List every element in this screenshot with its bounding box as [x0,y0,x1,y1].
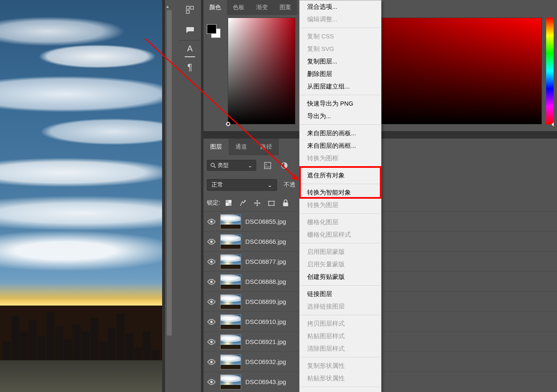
menu-item: 选择链接图层 [300,300,381,313]
layer-visibility-toggle[interactable] [207,217,216,226]
menu-separator [300,387,380,387]
tab-paths[interactable]: 路径 [254,139,279,155]
blend-mode-value: 正常 [211,181,223,189]
svg-point-3 [211,163,214,167]
menu-item[interactable]: 导出为... [300,110,381,122]
filter-pixel-icon[interactable] [262,160,273,171]
layer-visibility-toggle[interactable] [207,237,216,246]
opacity-label: 不透 [284,181,295,189]
layer-thumbnail[interactable] [220,374,241,389]
color-field-small[interactable] [228,18,295,124]
chevron-down-icon: ⌄ [248,162,252,169]
lock-pixels-icon[interactable] [238,197,249,208]
canvas-scrollbar[interactable] [167,10,172,336]
filter-adjust-icon[interactable] [279,160,290,171]
character-panel-icon[interactable]: A [185,40,195,57]
layer-thumbnail[interactable] [220,294,241,309]
lock-all-icon[interactable] [280,197,291,208]
collapsed-panel-strip: A ¶ [179,0,201,392]
layer-thumbnail[interactable] [220,254,241,269]
svg-point-23 [210,281,213,283]
layer-name[interactable]: DSC06866.jpg [245,238,286,245]
tab-pattern[interactable]: 图案 [274,0,297,15]
layer-name[interactable]: DSC06877.jpg [245,258,286,265]
canvas-skyline [0,311,162,363]
layer-kind-dropdown[interactable]: 类型 ⌄ [207,160,256,171]
svg-rect-14 [269,201,274,205]
menu-item: 复制 CSS [300,30,381,43]
menu-item[interactable]: 转换为智能对象 [300,186,381,199]
lock-artboard-icon[interactable] [266,197,277,208]
canvas-border [162,0,165,392]
tab-swatches[interactable]: 色板 [227,0,250,15]
ruler-icon[interactable] [179,0,201,20]
menu-item[interactable]: 来自图层的画框... [300,139,381,152]
layer-visibility-toggle[interactable] [207,297,216,306]
paragraph-panel-icon[interactable]: ¶ [179,57,201,77]
svg-point-7 [265,164,266,164]
menu-separator [300,124,380,125]
menu-item: 启用图层蒙版 [300,245,381,258]
lock-position-icon[interactable] [252,197,263,208]
hue-slider[interactable] [546,18,554,124]
layer-thumbnail[interactable] [220,214,241,229]
foreground-swatch[interactable] [207,24,216,34]
menu-item: 复制 SVG [300,43,381,55]
layer-name[interactable]: DSC06921.jpg [245,338,286,345]
layer-thumbnail[interactable] [220,274,241,289]
menu-separator [300,213,380,214]
layer-visibility-toggle[interactable] [207,277,216,286]
menu-separator [300,243,380,243]
canvas-image[interactable] [0,0,162,392]
menu-item[interactable]: 复制图层... [300,55,381,68]
layer-name[interactable]: DSC06888.jpg [245,278,286,285]
canvas-scroll-up-icon[interactable]: ▴ [166,3,171,9]
svg-point-22 [210,260,213,263]
menu-item[interactable]: 遮住所有对象 [300,169,381,182]
layer-thumbnail[interactable] [220,234,241,249]
layer-thumbnail[interactable] [220,314,241,329]
layer-name[interactable]: DSC06910.jpg [245,318,286,325]
tab-layers[interactable]: 图层 [203,139,229,155]
layer-thumbnail[interactable] [220,334,241,349]
layer-visibility-toggle[interactable] [207,357,216,367]
tab-color[interactable]: 颜色 [203,0,227,15]
menu-item[interactable]: 从图层建立组... [300,80,381,93]
menu-separator [300,184,380,184]
layer-visibility-toggle[interactable] [207,257,216,266]
layer-name[interactable]: DSC06932.jpg [245,358,286,365]
lock-transparent-icon[interactable] [224,197,234,208]
menu-item[interactable]: 创建剪贴蒙版 [300,271,381,283]
menu-item[interactable]: 来自图层的画板... [300,127,381,139]
menu-separator [300,285,380,286]
lock-label: 锁定: [207,199,220,207]
menu-item[interactable]: 删除图层 [300,68,381,80]
menu-item: 拷贝图层样式 [300,317,381,330]
tab-channels[interactable]: 通道 [229,139,254,155]
menu-item: 转换为图框 [300,152,381,164]
svg-point-27 [210,361,213,363]
menu-item: 清除图层样式 [300,342,381,355]
menu-item[interactable]: 链接图层 [300,288,381,300]
menu-item: 栅格化图层 [300,216,381,228]
layer-visibility-toggle[interactable] [207,317,216,326]
svg-point-25 [210,321,213,323]
layer-name[interactable]: DSC06855.jpg [245,218,286,225]
layer-visibility-toggle[interactable] [207,377,216,387]
layer-visibility-toggle[interactable] [207,337,216,346]
menu-item[interactable]: 混合选项... [300,0,381,13]
chevron-down-icon: ⌄ [267,182,272,188]
note-icon[interactable] [179,20,201,40]
layer-name[interactable]: DSC06943.jpg [245,378,286,385]
svg-rect-9 [226,200,229,203]
layer-name[interactable]: DSC06899.jpg [245,298,286,305]
layer-thumbnail[interactable] [220,354,241,369]
canvas-clouds [0,0,162,314]
blend-mode-dropdown[interactable]: 正常 ⌄ [207,179,277,191]
menu-item: 复制形状属性 [300,359,381,372]
menu-item[interactable]: 快速导出为 PNG [300,97,381,110]
canvas-water [0,360,162,392]
menu-separator [300,28,380,28]
fg-bg-swatch[interactable] [207,24,221,38]
tab-gradient[interactable]: 渐变 [250,0,274,15]
